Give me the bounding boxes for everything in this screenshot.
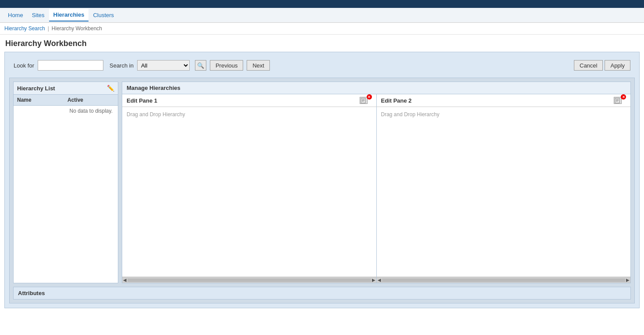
main-nav: Home Sites Hierarchies Clusters: [0, 8, 644, 23]
edit-pane-2-header: Edit Pane 2 ✕: [377, 94, 631, 107]
apply-button[interactable]: Apply: [605, 60, 630, 71]
edit-panes: Edit Pane 1 ✕: [122, 94, 630, 283]
pane-2-doc-icon: [614, 97, 622, 104]
table-row-no-data: No data to display.: [14, 106, 118, 117]
breadcrumb: Hierarchy Search | Hierarchy Workbench: [0, 23, 644, 35]
breadcrumb-current: Hierarchy Workbench: [52, 25, 102, 32]
pane-2-close-icon[interactable]: ✕: [621, 94, 626, 100]
manage-hierarchies-header: Manage Hierarchies: [122, 82, 630, 94]
attributes-title: Attributes: [18, 290, 45, 296]
edit-pane-1-icon[interactable]: ✕: [360, 97, 372, 104]
look-for-input[interactable]: [38, 60, 103, 71]
workbench-area: Hierarchy List ✏️ Name Active: [9, 78, 635, 303]
manage-hierarchies-panel: Manage Hierarchies Edit Pane 1: [122, 82, 631, 283]
page-title: Hierarchy Workbench: [0, 35, 644, 52]
search-in-label: Search in: [110, 62, 134, 69]
edit-pane-2-body: Drag and Drop Hierarchy: [377, 107, 631, 277]
pane-1-doc-icon: [360, 97, 368, 104]
scroll-left-arrow-1[interactable]: ◀: [123, 278, 127, 282]
workbench-main: Hierarchy List ✏️ Name Active: [13, 82, 631, 283]
edit-pane-2-scrollbar[interactable]: ◀ ▶: [377, 277, 631, 283]
edit-pane-2: Edit Pane 2 ✕: [377, 94, 631, 283]
hierarchy-list-header: Hierarchy List ✏️: [14, 82, 118, 95]
scroll-right-arrow-1[interactable]: ▶: [372, 278, 375, 282]
hierarchy-list-table: Name Active No data to display.: [14, 95, 118, 116]
nav-clusters[interactable]: Clusters: [88, 9, 118, 21]
edit-pane-1: Edit Pane 1 ✕: [122, 94, 377, 283]
hierarchy-list-table-container: Name Active No data to display.: [14, 95, 118, 283]
right-buttons: Cancel Apply: [574, 60, 630, 71]
edit-pane-1-header: Edit Pane 1 ✕: [122, 94, 376, 107]
hierarchy-list-panel: Hierarchy List ✏️ Name Active: [13, 82, 118, 283]
edit-pane-2-icon[interactable]: ✕: [614, 97, 626, 104]
scroll-right-arrow-2[interactable]: ▶: [626, 278, 630, 282]
cancel-button[interactable]: Cancel: [574, 60, 603, 71]
edit-pane-1-title: Edit Pane 1: [127, 97, 157, 104]
outer-container: Look for Search in All 🔍 Previous Next C…: [4, 52, 640, 308]
breadcrumb-hierarchy-search[interactable]: Hierarchy Search: [4, 25, 45, 32]
edit-pane-2-placeholder: Drag and Drop Hierarchy: [381, 111, 439, 118]
scroll-left-arrow-2[interactable]: ◀: [378, 278, 381, 282]
search-bar: Look for Search in All 🔍 Previous Next C…: [9, 57, 635, 74]
edit-pane-1-scrollbar[interactable]: ◀ ▶: [122, 277, 376, 283]
col-active: Active: [64, 95, 118, 106]
nav-sites[interactable]: Sites: [28, 9, 49, 21]
scroll-track-1: [127, 278, 371, 282]
scroll-track-2: [382, 278, 626, 282]
col-name: Name: [14, 95, 64, 106]
top-nav-bar: [0, 0, 644, 8]
no-data-cell: No data to display.: [14, 106, 118, 117]
attributes-section: Attributes: [13, 287, 631, 299]
edit-pane-1-placeholder: Drag and Drop Hierarchy: [127, 111, 185, 118]
hierarchy-list-title: Hierarchy List: [17, 85, 55, 92]
nav-home[interactable]: Home: [4, 9, 28, 21]
search-in-select[interactable]: All: [137, 60, 190, 71]
look-for-label: Look for: [14, 62, 34, 69]
previous-button[interactable]: Previous: [210, 60, 244, 71]
nav-hierarchies[interactable]: Hierarchies: [49, 9, 89, 21]
manage-hierarchies-title: Manage Hierarchies: [127, 85, 180, 91]
next-button[interactable]: Next: [247, 60, 270, 71]
breadcrumb-separator: |: [48, 25, 49, 32]
search-icon: 🔍: [197, 62, 204, 69]
edit-pane-2-title: Edit Pane 2: [381, 97, 412, 104]
search-button[interactable]: 🔍: [195, 60, 206, 71]
edit-icon[interactable]: ✏️: [107, 85, 114, 92]
edit-pane-1-body: Drag and Drop Hierarchy: [122, 107, 376, 277]
pane-1-close-icon[interactable]: ✕: [367, 94, 372, 100]
